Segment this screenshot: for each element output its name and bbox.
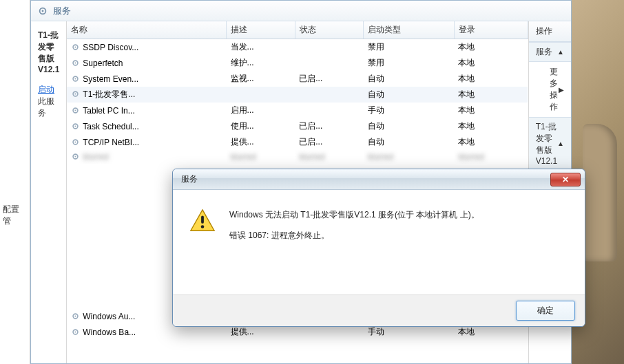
col-desc[interactable]: 描述 xyxy=(227,21,295,39)
error-dialog: 服务 ✕ Windows 无法启动 T1-批发零售版V12.1 服务(位于 本地… xyxy=(172,169,585,327)
warning-icon xyxy=(189,208,216,234)
cell-name: blurred xyxy=(67,150,226,164)
table-row[interactable]: Task Schedul...使用...已启...自动本地 xyxy=(67,118,528,134)
svg-point-15 xyxy=(75,141,76,142)
cell-startup: 自动 xyxy=(364,87,455,103)
dialog-line1: Windows 无法启动 T1-批发零售版V12.1 服务(位于 本地计算机 上… xyxy=(229,208,479,223)
panel-title: 服务 xyxy=(53,5,71,17)
cell-desc: 当发... xyxy=(227,39,295,56)
cell-name: TCP/IP NetBI... xyxy=(67,134,226,150)
cell-name: SSDP Discov... xyxy=(67,39,226,56)
tree-node-label[interactable]: 配置管 xyxy=(3,204,27,227)
cell-desc xyxy=(227,87,295,103)
cell-status xyxy=(295,87,364,103)
actions-header: 操作 xyxy=(529,21,571,42)
svg-point-1 xyxy=(42,10,44,12)
ok-button[interactable]: 确定 xyxy=(516,301,575,321)
cell-name: System Even... xyxy=(67,71,226,87)
service-gear-icon xyxy=(71,58,80,67)
cell-desc: blurred xyxy=(227,150,295,164)
dialog-titlebar[interactable]: 服务 ✕ xyxy=(173,169,585,190)
actions-group-selected[interactable]: T1-批发零售版V12.1 ▲ xyxy=(529,117,571,170)
table-header-row[interactable]: 名称 描述 状态 启动类型 登录 xyxy=(67,21,528,39)
svg-point-3 xyxy=(75,46,76,47)
service-gear-icon xyxy=(71,43,80,52)
cell-status xyxy=(295,39,364,56)
table-row[interactable]: Superfetch维护...禁用本地 xyxy=(67,55,528,71)
table-row[interactable]: T1-批发零售...自动本地 xyxy=(67,87,528,103)
svg-point-13 xyxy=(75,125,76,127)
cell-startup: 自动 xyxy=(364,71,455,87)
cell-logon: blurred xyxy=(454,150,528,164)
service-gear-icon xyxy=(71,138,80,147)
wallpaper-decor xyxy=(583,124,617,261)
cell-logon: 本地 xyxy=(454,103,528,118)
cell-logon: 本地 xyxy=(454,39,528,56)
cell-startup: 自动 xyxy=(364,118,455,134)
svg-point-7 xyxy=(75,78,76,79)
collapse-icon: ▲ xyxy=(557,140,564,147)
cell-startup: 禁用 xyxy=(364,55,455,71)
dialog-line2: 错误 1067: 进程意外终止。 xyxy=(229,228,479,244)
cell-status xyxy=(295,103,364,118)
cell-logon: 本地 xyxy=(454,55,528,71)
cell-status: 已启... xyxy=(295,118,364,134)
svg-point-19 xyxy=(75,315,76,317)
svg-rect-23 xyxy=(201,215,204,223)
close-icon: ✕ xyxy=(562,175,569,184)
svg-point-9 xyxy=(75,93,76,94)
action-more-1[interactable]: 更多操作 ▶ xyxy=(529,62,571,117)
svg-point-5 xyxy=(75,62,76,63)
svg-point-17 xyxy=(75,156,76,157)
cell-logon: 本地 xyxy=(454,134,528,150)
services-header: 服务 xyxy=(31,1,571,21)
cell-startup: 禁用 xyxy=(364,39,455,56)
cell-status: 已启... xyxy=(295,134,364,150)
cell-logon: 本地 xyxy=(454,118,528,134)
cell-logon: 本地 xyxy=(454,87,528,103)
col-status[interactable]: 状态 xyxy=(295,21,364,39)
cell-startup: 自动 xyxy=(364,134,455,150)
service-gear-icon xyxy=(71,89,80,98)
service-gear-icon xyxy=(71,74,80,83)
start-service-link[interactable]: 启动 xyxy=(38,85,54,94)
selected-service-name: T1-批发零售版V12.1 xyxy=(38,30,59,74)
gear-icon xyxy=(38,6,48,16)
table-row[interactable]: blurredblurredblurredblurredblurred xyxy=(67,150,528,164)
col-name[interactable]: 名称 xyxy=(67,21,226,39)
col-logon[interactable]: 登录 xyxy=(454,21,528,39)
cell-desc: 监视... xyxy=(227,71,295,87)
mmc-tree-column: 配置管 xyxy=(0,0,30,364)
action-label: 更多操作 xyxy=(550,66,559,113)
dialog-footer: 确定 xyxy=(173,295,585,326)
table-row[interactable]: SSDP Discov...当发...禁用本地 xyxy=(67,39,528,56)
submenu-icon: ▶ xyxy=(559,86,564,94)
cell-status: blurred xyxy=(295,150,364,164)
cell-desc: 提供... xyxy=(227,134,295,150)
actions-group-label: T1-批发零售版V12.1 xyxy=(536,121,557,166)
table-row[interactable]: TCP/IP NetBI...提供...已启...自动本地 xyxy=(67,134,528,150)
cell-name: Superfetch xyxy=(67,55,226,71)
service-gear-icon xyxy=(71,106,80,115)
table-row[interactable]: Tablet PC In...启用...手动本地 xyxy=(67,103,528,118)
cell-desc: 启用... xyxy=(227,103,295,118)
cell-status xyxy=(295,55,364,71)
service-gear-icon xyxy=(71,312,80,321)
svg-point-21 xyxy=(75,331,76,332)
dialog-title: 服务 xyxy=(181,173,198,185)
actions-group-services[interactable]: 服务 ▲ xyxy=(529,42,571,62)
cell-name: Tablet PC In... xyxy=(67,103,226,118)
close-button[interactable]: ✕ xyxy=(550,173,581,186)
dialog-body: Windows 无法启动 T1-批发零售版V12.1 服务(位于 本地计算机 上… xyxy=(173,190,585,250)
cell-name: T1-批发零售... xyxy=(67,87,226,103)
cell-startup: 手动 xyxy=(364,103,455,118)
cell-name: Task Schedul... xyxy=(67,118,226,134)
cell-desc: 维护... xyxy=(227,55,295,71)
service-detail-pane: T1-批发零售版V12.1 启动此服务 xyxy=(31,21,67,363)
cell-startup: blurred xyxy=(364,150,455,164)
svg-point-24 xyxy=(201,225,205,228)
table-row[interactable]: System Even...监视...已启...自动本地 xyxy=(67,71,528,87)
col-startup[interactable]: 启动类型 xyxy=(364,21,455,39)
actions-group-label: 服务 xyxy=(536,46,552,58)
svg-point-11 xyxy=(75,109,76,111)
